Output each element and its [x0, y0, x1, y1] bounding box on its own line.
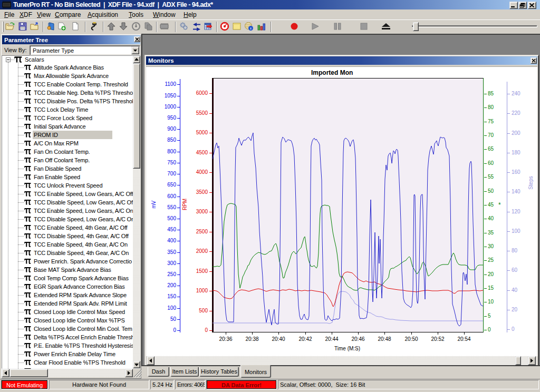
- svg-text:i: i: [250, 26, 252, 31]
